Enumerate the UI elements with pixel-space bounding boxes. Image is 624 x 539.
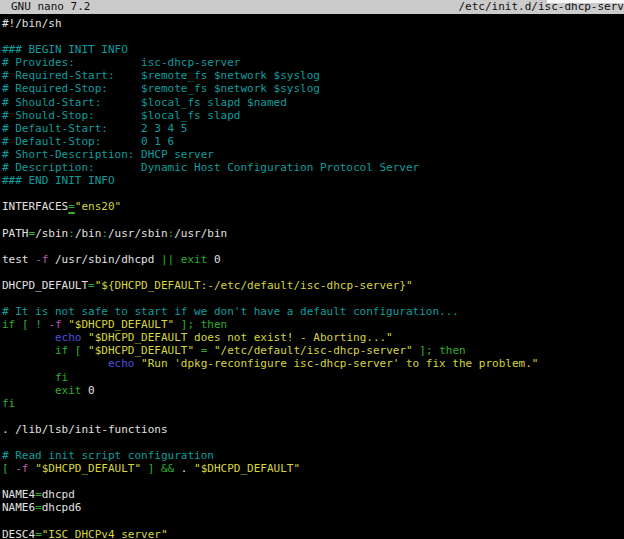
code-token[interactable]: fi bbox=[55, 371, 68, 384]
code-token[interactable]: # Default-Start: 2 3 4 5 bbox=[2, 122, 187, 135]
code-line[interactable]: echo "$DHCPD_DEFAULT does not exist! - A… bbox=[2, 331, 624, 344]
code-token[interactable]: -f bbox=[15, 462, 28, 475]
code-token[interactable]: "$DHCPD_DEFAULT" bbox=[35, 462, 141, 475]
code-line[interactable]: # Required-Stop: $remote_fs $network $sy… bbox=[2, 82, 624, 95]
code-token[interactable]: #!/bin/sh bbox=[2, 17, 62, 30]
code-token[interactable]: ### BEGIN INIT INFO bbox=[2, 43, 128, 56]
code-token[interactable]: # Read init script configuration bbox=[2, 449, 214, 462]
code-line[interactable]: fi bbox=[2, 371, 624, 384]
code-token[interactable]: echo bbox=[55, 331, 82, 344]
code-line[interactable]: test -f /usr/sbin/dhcpd || exit 0 bbox=[2, 253, 624, 266]
code-token[interactable] bbox=[194, 344, 201, 357]
code-token[interactable]: /usr/sbin/dhcpd bbox=[48, 253, 161, 266]
code-token[interactable]: /bin bbox=[75, 227, 102, 240]
code-token[interactable]: . /lib/lsb/init-functions bbox=[2, 423, 168, 436]
code-token[interactable]: ### END INIT INFO bbox=[2, 174, 115, 187]
code-line[interactable]: PATH=/sbin:/bin:/usr/sbin:/usr/bin bbox=[2, 227, 624, 240]
code-token[interactable]: if bbox=[55, 344, 68, 357]
code-line[interactable] bbox=[2, 187, 624, 200]
code-token[interactable]: # Required-Stop: $remote_fs $network $sy… bbox=[2, 82, 320, 95]
code-line[interactable]: # Required-Start: $remote_fs $network $s… bbox=[2, 69, 624, 82]
code-token[interactable]: DHCPD_DEFAULT bbox=[2, 279, 88, 292]
code-line[interactable]: DHCPD_DEFAULT="${DHCPD_DEFAULT:-/etc/def… bbox=[2, 279, 624, 292]
code-token[interactable] bbox=[2, 384, 55, 397]
code-token[interactable]: : bbox=[68, 227, 75, 240]
code-token[interactable]: -f bbox=[48, 318, 61, 331]
code-line[interactable]: # Should-Start: $local_fs slapd $named bbox=[2, 96, 624, 109]
code-token[interactable] bbox=[194, 318, 201, 331]
code-token[interactable]: dhcpd6 bbox=[42, 501, 82, 514]
code-line[interactable] bbox=[2, 515, 624, 528]
code-token[interactable]: fi bbox=[2, 397, 15, 410]
code-token[interactable]: # It is not safe to start if we don't ha… bbox=[2, 305, 459, 318]
code-line[interactable]: fi bbox=[2, 397, 624, 410]
code-line[interactable]: [ -f "$DHCPD_DEFAULT" ] && . "$DHCPD_DEF… bbox=[2, 462, 624, 475]
code-line[interactable]: DESC4="ISC DHCPv4 server" bbox=[2, 528, 624, 539]
code-token[interactable]: /usr/sbin bbox=[108, 227, 168, 240]
code-line[interactable] bbox=[2, 292, 624, 305]
code-line[interactable]: # Default-Start: 2 3 4 5 bbox=[2, 122, 624, 135]
code-line[interactable] bbox=[2, 410, 624, 423]
code-line[interactable]: if [ ! -f "$DHCPD_DEFAULT" ]; then bbox=[2, 318, 624, 331]
code-token[interactable]: "ens20" bbox=[75, 200, 121, 213]
code-token[interactable]: /usr/bin bbox=[174, 227, 227, 240]
code-line[interactable] bbox=[2, 266, 624, 279]
code-line[interactable]: # Short-Description: DHCP server bbox=[2, 148, 624, 161]
code-line[interactable] bbox=[2, 30, 624, 43]
code-token[interactable]: # Should-Stop: $local_fs slapd bbox=[2, 109, 240, 122]
code-line[interactable]: ### BEGIN INIT INFO bbox=[2, 43, 624, 56]
code-token[interactable] bbox=[2, 331, 55, 344]
code-token[interactable]: exit bbox=[55, 384, 82, 397]
code-line[interactable]: # Should-Stop: $local_fs slapd bbox=[2, 109, 624, 122]
code-token[interactable]: then bbox=[439, 344, 466, 357]
code-line[interactable]: echo "Run 'dpkg-reconfigure isc-dhcp-ser… bbox=[2, 357, 624, 370]
code-token[interactable]: "Run 'dpkg-reconfigure isc-dhcp-server' … bbox=[141, 357, 538, 370]
code-token[interactable] bbox=[154, 462, 161, 475]
code-line[interactable]: # Provides: isc-dhcp-server bbox=[2, 56, 624, 69]
code-token[interactable]: DESC4 bbox=[2, 528, 35, 539]
code-token[interactable]: dhcpd bbox=[42, 488, 75, 501]
code-token[interactable] bbox=[174, 318, 181, 331]
code-line[interactable]: if [ "$DHCPD_DEFAULT" = "/etc/default/is… bbox=[2, 344, 624, 357]
code-line[interactable] bbox=[2, 240, 624, 253]
code-token[interactable]: ; bbox=[426, 344, 433, 357]
code-token[interactable]: # Required-Start: $remote_fs $network $s… bbox=[2, 69, 320, 82]
code-token[interactable]: # Default-Stop: 0 1 6 bbox=[2, 135, 174, 148]
code-token[interactable]: NAME6 bbox=[2, 501, 35, 514]
code-token[interactable] bbox=[15, 318, 22, 331]
code-token[interactable]: exit bbox=[181, 253, 208, 266]
code-token[interactable]: && bbox=[161, 462, 174, 475]
code-token[interactable]: = bbox=[35, 501, 42, 514]
code-token[interactable] bbox=[174, 253, 181, 266]
code-line[interactable]: NAME6=dhcpd6 bbox=[2, 501, 624, 514]
code-token[interactable]: : bbox=[101, 227, 108, 240]
code-token[interactable]: "/etc/default/isc-dhcp-server" bbox=[214, 344, 413, 357]
code-line[interactable]: ### END INIT INFO bbox=[2, 174, 624, 187]
text-cursor[interactable]: = bbox=[68, 200, 75, 213]
code-token[interactable]: test bbox=[2, 253, 35, 266]
code-line[interactable]: exit 0 bbox=[2, 384, 624, 397]
code-token[interactable] bbox=[207, 344, 214, 357]
code-token[interactable] bbox=[141, 462, 148, 475]
code-token[interactable] bbox=[68, 344, 75, 357]
code-token[interactable]: || bbox=[161, 253, 174, 266]
code-token[interactable]: "${DHCPD_DEFAULT:-/etc/default/isc-dhcp-… bbox=[95, 279, 413, 292]
code-line[interactable] bbox=[2, 213, 624, 226]
code-token[interactable]: [ bbox=[22, 318, 29, 331]
code-token[interactable]: /sbin bbox=[35, 227, 68, 240]
code-token[interactable]: "$DHCPD_DEFAULT" bbox=[68, 318, 174, 331]
code-token[interactable]: INTERFACES bbox=[2, 200, 68, 213]
code-token[interactable]: then bbox=[201, 318, 228, 331]
code-line[interactable]: INTERFACES="ens20" bbox=[2, 200, 624, 213]
code-line[interactable]: # It is not safe to start if we don't ha… bbox=[2, 305, 624, 318]
code-token[interactable]: # Should-Start: $local_fs slapd $named bbox=[2, 96, 287, 109]
code-token[interactable]: = bbox=[35, 488, 42, 501]
code-token[interactable]: ] bbox=[419, 344, 426, 357]
code-token[interactable]: 0 bbox=[207, 253, 220, 266]
code-token[interactable] bbox=[2, 371, 55, 384]
code-token[interactable]: # Short-Description: DHCP server bbox=[2, 148, 214, 161]
code-token[interactable] bbox=[2, 357, 108, 370]
code-line[interactable]: NAME4=dhcpd bbox=[2, 488, 624, 501]
code-token[interactable]: ! bbox=[35, 318, 42, 331]
code-token[interactable]: "$DHCPD_DEFAULT does not exist! - Aborti… bbox=[88, 331, 393, 344]
